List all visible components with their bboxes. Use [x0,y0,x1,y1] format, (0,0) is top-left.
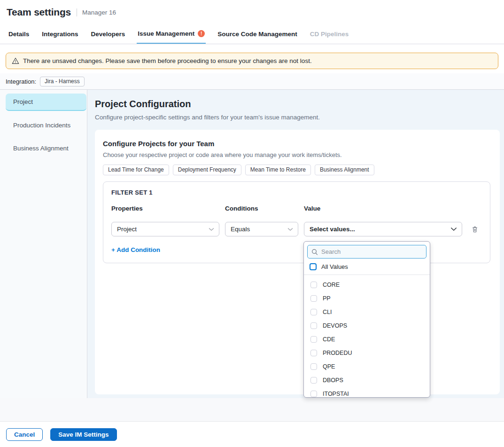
save-im-settings-button[interactable]: Save IM Settings [50,428,116,441]
tab-source-code-management[interactable]: Source Code Management [217,24,298,44]
all-values-checkbox[interactable] [310,263,317,270]
search-icon [311,249,318,255]
option-label: PP [323,295,331,302]
chevron-down-icon [209,227,214,231]
section-subtitle: Configure project-specific settings and … [95,114,500,121]
chevron-down-icon [450,227,457,231]
tab-cd-pipelines: CD Pipelines [309,24,350,44]
option-label: CLI [323,309,332,315]
dropdown-options-list: CORE PP CLI DEVOPS CDE PRODEDU QPE DBOPS… [307,275,426,398]
unsaved-changes-alert: There are unsaved changes. Please save t… [6,53,498,69]
integration-chip[interactable]: Jira - Harness [40,77,85,86]
warning-icon [12,57,19,64]
content: Project Production Incidents Business Al… [0,90,504,398]
option-label: CORE [323,282,340,288]
alert-section: There are unsaved changes. Please save t… [0,44,504,73]
chip-deployment-frequency[interactable]: Deployment Frequency [173,165,241,175]
filter-set-1: FILTER SET 1 Properties Conditions Value… [103,181,490,263]
dropdown-search[interactable] [307,245,426,259]
property-select[interactable]: Project [111,222,219,236]
page-header: Team settings Manager 16 [0,0,504,24]
checkbox[interactable] [310,282,317,288]
integration-row: Integration: Jira - Harness [0,73,504,90]
all-values-option[interactable]: All Values [307,259,426,274]
section-title: Project Configuration [95,99,500,110]
card-title: Configure Projects for your Team [103,140,490,148]
checkbox[interactable] [310,391,317,397]
option-label: CDE [323,336,335,343]
main-panel: Project Configuration Configure project-… [87,90,504,398]
all-values-label: All Values [321,263,348,270]
property-select-value: Project [117,226,137,233]
team-name: Manager 16 [82,9,116,16]
footer-actions: Cancel Save IM Settings [0,421,504,441]
value-select-placeholder: Select values... [310,226,355,233]
value-column-label: Value [304,205,462,212]
option-devops[interactable]: DEVOPS [307,319,426,332]
option-itopstai[interactable]: ITOPSTAI [307,387,426,398]
search-input[interactable] [321,248,422,255]
cancel-button[interactable]: Cancel [6,428,43,441]
checkbox[interactable] [310,377,317,384]
option-cli[interactable]: CLI [307,305,426,319]
option-dbops[interactable]: DBOPS [307,373,426,387]
card-subtitle: Choose your respective project or code a… [103,151,490,158]
option-label: ITOPSTAI [323,391,349,397]
option-cde[interactable]: CDE [307,332,426,346]
tab-details[interactable]: Details [8,24,30,44]
alert-message: There are unsaved changes. Please save t… [23,57,312,64]
filter-set-title: FILTER SET 1 [111,189,482,196]
title-divider [77,8,77,16]
checkbox[interactable] [310,363,317,370]
checkbox[interactable] [310,336,317,343]
tab-issue-management-label: Issue Management [138,30,194,37]
unsaved-changes-badge-icon: ! [198,30,205,37]
value-dropdown-panel: All Values CORE PP CLI DEVOPS CDE PRODED… [303,241,430,398]
condition-select-value: Equals [231,226,250,233]
tab-developers[interactable]: Developers [90,24,126,44]
option-label: DBOPS [323,377,343,384]
tab-integrations[interactable]: Integrations [41,24,79,44]
pre-footer-spacer [0,398,504,421]
option-label: DEVOPS [323,322,347,329]
checkbox[interactable] [310,350,317,356]
option-label: QPE [323,363,335,370]
sidebar-item-project[interactable]: Project [6,94,86,111]
settings-sidebar: Project Production Incidents Business Al… [0,90,87,398]
checkbox[interactable] [310,309,317,315]
integration-label: Integration: [6,78,36,85]
chevron-down-icon [287,227,293,231]
chip-business-alignment[interactable]: Business Alignment [315,165,374,175]
configure-projects-card: Configure Projects for your Team Choose … [95,130,500,394]
sidebar-item-business-alignment[interactable]: Business Alignment [6,140,86,157]
option-label: PRODEDU [323,350,352,356]
page-title: Team settings [7,7,71,18]
tab-issue-management[interactable]: Issue Management ! [137,24,206,44]
conditions-column-label: Conditions [225,205,298,212]
sidebar-item-production-incidents[interactable]: Production Incidents [6,117,86,134]
checkbox[interactable] [310,295,317,302]
trash-icon [471,226,479,233]
checkbox[interactable] [310,322,317,329]
tab-bar: Details Integrations Developers Issue Ma… [0,24,504,44]
option-prodedu[interactable]: PRODEDU [307,346,426,360]
properties-column-label: Properties [111,205,219,212]
option-qpe[interactable]: QPE [307,360,426,373]
option-pp[interactable]: PP [307,291,426,305]
option-core[interactable]: CORE [307,278,426,291]
condition-select[interactable]: Equals [225,222,298,236]
delete-condition-button[interactable] [471,226,482,233]
value-multiselect[interactable]: Select values... [304,222,462,236]
metric-chips: Lead Time for Change Deployment Frequenc… [103,165,490,175]
chip-lead-time-for-change[interactable]: Lead Time for Change [103,165,169,175]
chip-mean-time-to-restore[interactable]: Mean Time to Restore [245,165,311,175]
